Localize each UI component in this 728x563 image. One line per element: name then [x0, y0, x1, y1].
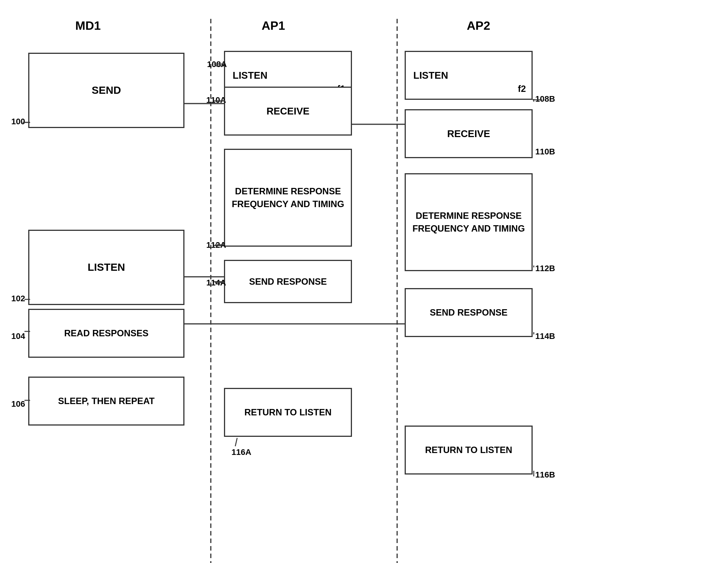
determine-ap2-ref: 112B — [535, 264, 555, 273]
receive-ap1-ref: 110A — [206, 95, 226, 105]
determine-ap2-box: DETERMINE RESPONSE FREQUENCY AND TIMING — [405, 173, 533, 271]
return-listen-ap1-ref: 116A — [231, 447, 251, 457]
listen-ap1-ref: 108A — [207, 60, 227, 69]
listen-md1-ref: 102 — [11, 294, 25, 304]
determine-ap1-box: DETERMINE RESPONSE FREQUENCY AND TIMING — [224, 149, 352, 247]
receive-ap2-box: RECEIVE — [405, 109, 533, 158]
read-responses-ref: 104 — [11, 331, 25, 341]
listen-ap2-box: LISTEN f2 — [405, 51, 533, 100]
ap2-label: AP2 — [467, 19, 490, 33]
ap1-label: AP1 — [262, 19, 285, 33]
send-box: SEND — [28, 53, 184, 128]
md1-label: MD1 — [75, 19, 101, 33]
return-listen-ap2-box: RETURN TO LISTEN — [405, 426, 533, 475]
send-ref: 100 — [11, 117, 25, 127]
sleep-repeat-box: SLEEP, THEN REPEAT — [28, 377, 184, 426]
diagram-container: MD1 AP1 AP2 SEND 100 LISTEN 102 READ RES… — [0, 0, 728, 563]
receive-ap2-ref: 110B — [535, 147, 555, 157]
listen-ap2-freq: f2 — [518, 84, 526, 94]
sleep-repeat-ref: 106 — [11, 399, 25, 409]
read-responses-box: READ RESPONSES — [28, 309, 184, 358]
determine-ap1-ref: 112A — [206, 240, 226, 250]
send-response-ap1-box: SEND RESPONSE — [224, 260, 352, 303]
send-response-ap2-ref: 114B — [535, 331, 555, 341]
receive-ap1-box: RECEIVE — [224, 87, 352, 136]
return-listen-ap1-box: RETURN TO LISTEN — [224, 388, 352, 437]
return-listen-ap2-ref: 116B — [535, 470, 555, 480]
listen-md1-box: LISTEN — [28, 230, 184, 305]
send-response-ap2-box: SEND RESPONSE — [405, 288, 533, 337]
listen-ap2-ref: 108B — [535, 94, 555, 104]
send-response-ap1-ref: 114A — [206, 278, 226, 288]
svg-line-29 — [235, 438, 237, 446]
